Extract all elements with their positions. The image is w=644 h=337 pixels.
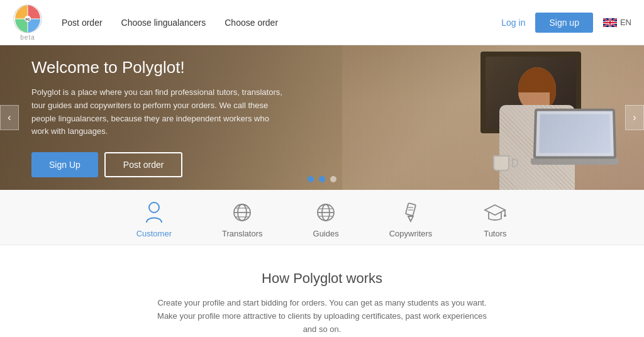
svg-point-14 [149,202,159,213]
cap-icon [482,200,508,225]
hero-section: Welcome to Polyglot! Polyglot is a place… [0,45,644,190]
hero-content: Welcome to Polyglot! Polyglot is a place… [0,45,314,190]
how-section: How Polyglot works Create your profile a… [0,245,644,337]
language-selector[interactable]: EN [603,18,631,27]
login-link[interactable]: Log in [501,18,525,28]
beta-label: beta [20,34,35,41]
category-translators[interactable]: Translators [222,200,263,238]
nav-post-order[interactable]: Post order [62,18,103,28]
category-copywriters-label: Copywriters [389,229,433,238]
category-copywriters[interactable]: Copywriters [389,200,433,238]
hero-carousel-dots [308,176,336,182]
svg-rect-25 [406,203,416,216]
nav-choose-lingualancers[interactable]: Choose lingualancers [121,18,206,28]
category-guides-label: Guides [313,229,339,238]
hero-buttons: Sign Up Post order [31,152,283,177]
svg-text:PG: PG [25,18,30,21]
category-customer[interactable]: Customer [136,200,172,238]
hero-signup-button[interactable]: Sign Up [31,152,98,177]
svg-rect-13 [603,22,617,23]
carousel-dot-1[interactable] [308,176,314,182]
person-icon [142,200,167,225]
how-title: How Polyglot works [13,270,631,287]
category-tutors[interactable]: Tutors [482,200,508,238]
hero-next-arrow[interactable]: › [625,105,644,130]
nav-choose-order[interactable]: Choose order [225,18,278,28]
svg-marker-28 [485,205,505,215]
translators-icon [230,200,255,225]
language-code: EN [620,18,631,27]
svg-point-30 [504,214,506,217]
pen-icon [398,200,423,225]
hero-description: Polyglot is a place where you can find p… [31,86,283,138]
globe-icon [313,200,338,225]
category-translators-label: Translators [222,229,263,238]
categories-section: Customer Translators [0,190,644,245]
hero-prev-arrow[interactable]: ‹ [0,105,19,130]
logo-icon: PG [13,4,43,34]
category-guides[interactable]: Guides [313,200,339,238]
main-nav: Post order Choose lingualancers Choose o… [62,18,501,28]
how-description: Create your profile and start bidding fo… [152,297,492,336]
categories-list: Customer Translators [0,200,644,238]
logo[interactable]: PG beta [13,4,43,41]
category-tutors-label: Tutors [484,229,506,238]
header: PG beta Post order Choose lingualancers … [0,0,644,45]
flag-uk-icon [603,18,617,27]
category-customer-label: Customer [136,229,172,238]
header-right: Log in Sign up EN [501,13,631,33]
hero-post-order-button[interactable]: Post order [104,152,183,177]
carousel-dot-2[interactable] [319,176,325,182]
signup-button[interactable]: Sign up [535,13,592,33]
hero-title: Welcome to Polyglot! [31,58,283,77]
carousel-dot-3[interactable] [330,176,336,182]
